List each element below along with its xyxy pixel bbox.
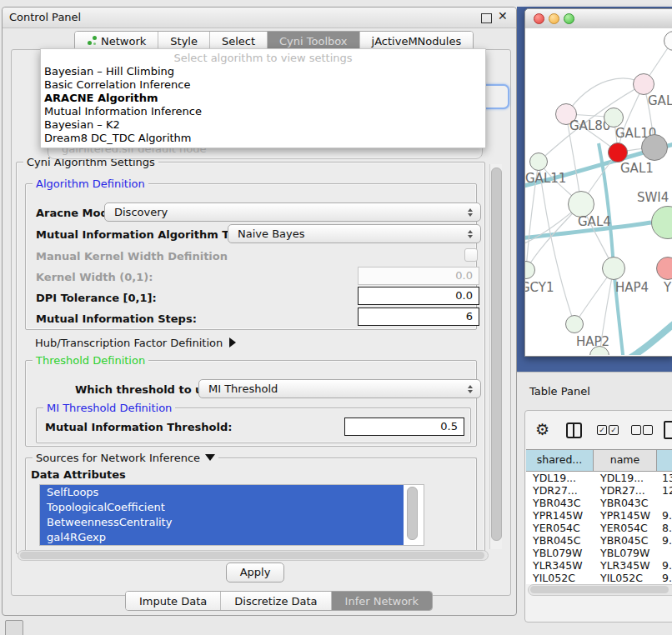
tab-network[interactable]: Network: [75, 32, 158, 50]
network-node-hap4[interactable]: [602, 257, 625, 280]
control-panel-titlebar[interactable]: Control Panel ✕: [3, 8, 516, 28]
network-node-gal11[interactable]: [529, 152, 548, 171]
stepper-arrows-icon: [468, 230, 473, 238]
network-canvas[interactable]: GALGAL80GAL10GAL1GAL11SWI4GAL4GCY1HAP4YH…: [525, 28, 672, 355]
algorithm-option[interactable]: Bayesian – Hill Climbing: [41, 65, 485, 78]
stepper-arrows-icon: [468, 385, 473, 393]
table-cell: 9.: [657, 509, 672, 522]
table-cell: YBR045C: [594, 534, 657, 547]
mi-threshold-field[interactable]: 0.5: [344, 418, 464, 436]
dpi-tolerance-field[interactable]: 0.0: [358, 287, 479, 305]
tab-style[interactable]: Style: [158, 32, 210, 50]
kernel-width-field[interactable]: 0.0: [358, 267, 479, 285]
table-row[interactable]: YIL052CYIL052C9.: [526, 572, 672, 584]
table-cell: YDR27...: [594, 484, 657, 497]
minimized-panel-icon[interactable]: [5, 620, 23, 635]
table-row[interactable]: YLR345WYLR345W9.: [526, 559, 672, 572]
data-attribute-item[interactable]: SelfLoops: [40, 485, 404, 500]
algorithm-dropdown-placeholder: Select algorithm to view settings: [41, 51, 485, 65]
column-header[interactable]: [657, 450, 672, 471]
tab-jactivemnodules[interactable]: jActiveMNodules: [360, 32, 474, 50]
data-attribute-item[interactable]: BetweennessCentrality: [40, 515, 404, 530]
algorithm-option[interactable]: Dream8 DC_TDC Algorithm: [41, 132, 485, 145]
columns-icon[interactable]: [566, 422, 582, 438]
scrollbar-thumb[interactable]: [20, 552, 484, 559]
mi-steps-field[interactable]: 6: [358, 308, 479, 326]
table-cell: YBR043C: [526, 497, 594, 509]
sources-title-toggle[interactable]: Sources for Network Inference: [33, 452, 218, 464]
node-label: GAL11: [525, 171, 566, 186]
mi-type-combo[interactable]: Naive Bayes: [228, 224, 481, 243]
deselect-all-checkbox-icon[interactable]: [631, 425, 641, 435]
table-cell: YLR345W: [594, 559, 657, 572]
list-scrollbar[interactable]: [407, 487, 418, 540]
mi-type-label: Mutual Information Algorithm Type:: [36, 228, 255, 241]
bottom-tab-infer-network[interactable]: Infer Network: [332, 592, 432, 610]
select-all-checkbox-icon[interactable]: ✓: [609, 425, 619, 435]
table-cell: YDL19...: [526, 472, 594, 484]
column-header[interactable]: shared...: [526, 450, 594, 471]
deselect-all-checkbox-icon[interactable]: [643, 425, 653, 435]
table-row[interactable]: YDR27...YDR27...12: [526, 484, 672, 497]
table-row[interactable]: YBR045CYBR045C9.: [526, 534, 672, 547]
network-node-y[interactable]: [656, 257, 672, 280]
minimize-traffic-light-icon[interactable]: [549, 13, 559, 24]
table-row[interactable]: YDL19...YDL19...13: [526, 472, 672, 484]
settings-vertical-scrollbar[interactable]: [489, 164, 502, 549]
bottom-tab-discretize-data[interactable]: Discretize Data: [221, 592, 331, 610]
network-node-gal1[interactable]: [608, 142, 628, 162]
export-table-icon[interactable]: [664, 421, 672, 439]
table-horizontal-scrollbar[interactable]: [528, 584, 672, 596]
algorithm-definition-title: Algorithm Definition: [33, 178, 148, 190]
network-node-gcy1[interactable]: [525, 261, 535, 279]
float-window-icon[interactable]: [481, 13, 492, 23]
node-label: GCY1: [525, 280, 554, 295]
close-traffic-light-icon[interactable]: [534, 13, 544, 24]
network-node[interactable]: [641, 134, 668, 161]
expand-right-icon: [229, 338, 236, 348]
network-node-swi4[interactable]: [651, 206, 672, 239]
network-node[interactable]: [664, 31, 672, 51]
apply-button[interactable]: Apply: [226, 562, 284, 582]
network-window-titlebar[interactable]: [525, 9, 672, 29]
scrollbar-thumb[interactable]: [530, 586, 669, 593]
data-attribute-item[interactable]: TopologicalCoefficient: [40, 500, 404, 515]
stepper-arrows-icon: [468, 208, 473, 217]
which-threshold-combo[interactable]: MI Threshold: [198, 379, 481, 398]
algorithm-option[interactable]: ARACNE Algorithm: [41, 92, 485, 105]
mi-type-value: Naive Bayes: [238, 228, 304, 240]
scrollbar-thumb[interactable]: [491, 168, 502, 541]
gear-icon[interactable]: ⚙: [535, 420, 549, 438]
node-label: HAP4: [615, 280, 649, 295]
bottom-tab-impute-data[interactable]: Impute Data: [126, 592, 221, 610]
tab-select[interactable]: Select: [210, 32, 268, 50]
column-header[interactable]: name: [594, 450, 657, 471]
network-nodes-layer: GALGAL80GAL10GAL1GAL11SWI4GAL4GCY1HAP4YH…: [525, 28, 672, 355]
network-node-hap2[interactable]: [565, 315, 584, 333]
tab-cyni-toolbox[interactable]: Cyni Toolbox: [268, 32, 360, 50]
table-row[interactable]: YPR145WYPR145W9.: [526, 509, 672, 522]
select-all-checkbox-icon[interactable]: ✓: [597, 425, 607, 435]
mi-threshold-group-title: MI Threshold Definition: [43, 402, 175, 414]
data-attribute-item[interactable]: gal4RGexp: [40, 530, 404, 545]
close-icon[interactable]: ✕: [498, 9, 508, 22]
table-row[interactable]: YBL079WYBL079W: [526, 547, 672, 559]
algorithm-option[interactable]: Bayesian – K2: [41, 118, 485, 132]
collapse-down-icon: [205, 454, 215, 461]
settings-horizontal-scrollbar[interactable]: [18, 550, 489, 561]
table-row[interactable]: YER054CYER054C8.: [526, 522, 672, 534]
hub-definition-label: Hub/Transcription Factor Definition: [35, 337, 223, 349]
algorithm-option[interactable]: Basic Correlation Inference: [41, 78, 485, 92]
manual-kernel-width-checkbox[interactable]: [464, 248, 478, 262]
network-node-gal[interactable]: [633, 73, 654, 95]
zoom-traffic-light-icon[interactable]: [564, 13, 574, 24]
table-row[interactable]: YBR043CYBR043C: [526, 497, 672, 509]
control-panel-title: Control Panel: [9, 11, 81, 23]
hub-definition-toggle[interactable]: Hub/Transcription Factor Definition: [35, 337, 236, 349]
network-node-gal10[interactable]: [604, 108, 624, 128]
dpi-tolerance-label: DPI Tolerance [0,1]:: [36, 292, 157, 304]
aracne-mode-combo[interactable]: Discovery: [104, 202, 481, 222]
table-cell: YBR045C: [526, 534, 594, 547]
algorithm-option[interactable]: Mutual Information Inference: [41, 105, 485, 118]
data-attributes-list[interactable]: SelfLoopsTopologicalCoefficientBetweenne…: [39, 484, 424, 546]
